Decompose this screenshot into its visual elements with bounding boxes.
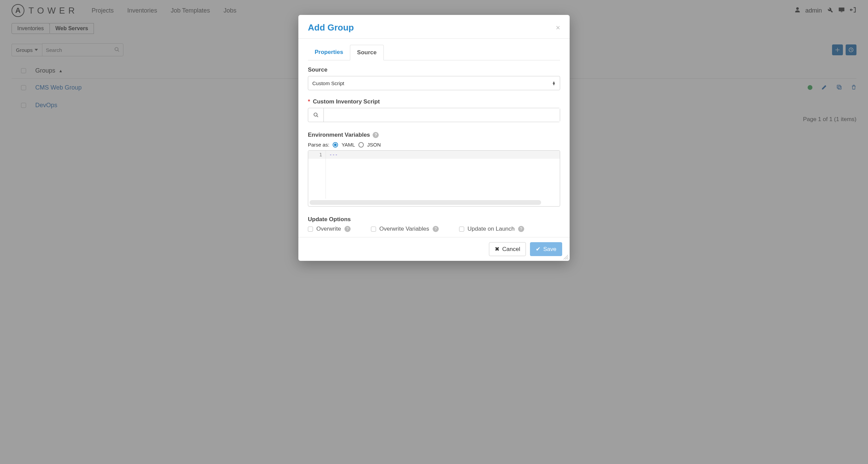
custom-script-label-text: Custom Inventory Script	[313, 98, 380, 105]
custom-script-label: * Custom Inventory Script	[308, 98, 560, 105]
modal-tabs: Properties Source	[308, 45, 560, 60]
add-group-modal: Add Group × Properties Source Source Cus…	[298, 15, 570, 123]
lookup-button[interactable]	[308, 108, 324, 122]
custom-script-input[interactable]	[324, 108, 560, 122]
custom-script-lookup	[308, 108, 560, 122]
tab-properties[interactable]: Properties	[308, 45, 350, 60]
modal-header: Add Group ×	[298, 15, 570, 38]
svg-point-6	[314, 113, 317, 116]
required-marker: *	[308, 98, 310, 105]
source-label: Source	[308, 66, 560, 73]
close-icon[interactable]: ×	[556, 23, 560, 32]
select-caret-icon: ▲▼	[552, 81, 556, 85]
source-select-value: Custom Script	[312, 80, 344, 86]
modal-body: Properties Source Source Custom Script ▲…	[298, 39, 570, 123]
modal-title: Add Group	[308, 22, 354, 33]
source-select[interactable]: Custom Script ▲▼	[308, 76, 560, 90]
tab-source[interactable]: Source	[350, 45, 384, 60]
